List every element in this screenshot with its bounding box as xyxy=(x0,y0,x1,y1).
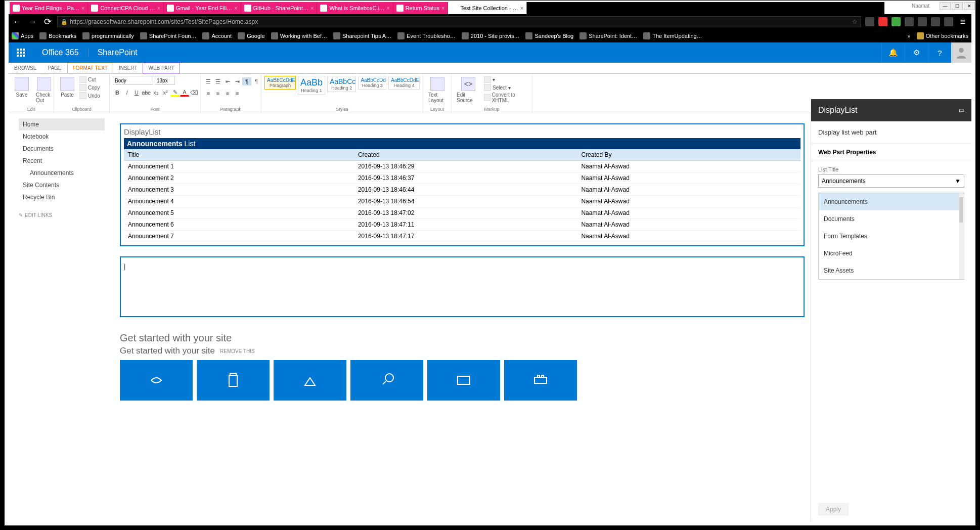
close-tab-icon[interactable]: × xyxy=(520,5,523,11)
forward-button[interactable]: → xyxy=(27,17,38,27)
align-right-button[interactable]: ≡ xyxy=(223,89,232,97)
extension-icon[interactable] xyxy=(892,17,901,26)
style-heading-1[interactable]: AaBbHeading 1 xyxy=(298,76,325,95)
bookmark-item[interactable]: programmatically xyxy=(82,32,134,39)
ribbon-tab-page[interactable]: PAGE xyxy=(42,63,67,73)
extension-icon[interactable] xyxy=(918,17,927,26)
nav-announcements[interactable]: Announcements xyxy=(19,167,105,179)
save-button[interactable]: Save xyxy=(12,76,32,99)
table-row[interactable]: Announcement 12016-09-13 18:46:29Naamat … xyxy=(124,161,800,172)
tile[interactable] xyxy=(350,360,423,401)
browser-tab[interactable]: GitHub - SharePoint…× xyxy=(241,2,318,14)
table-row[interactable]: Announcement 32016-09-13 18:46:44Naamat … xyxy=(124,184,800,196)
back-button[interactable]: ← xyxy=(12,17,23,27)
nav-recycle-bin[interactable]: Recycle Bin xyxy=(19,191,105,203)
browser-tab[interactable]: Test Site Collection - …× xyxy=(448,2,527,14)
bookmark-item[interactable]: SharePoint: Ident… xyxy=(580,32,637,39)
browser-tab[interactable]: What is SmileboxCli…× xyxy=(317,2,393,14)
table-row[interactable]: Announcement 72016-09-13 18:47:17Naamat … xyxy=(124,231,800,242)
bookmark-item[interactable]: Event Troublesho… xyxy=(397,32,456,39)
underline-button[interactable]: U xyxy=(132,89,141,97)
superscript-button[interactable]: x² xyxy=(161,89,170,97)
checkout-button[interactable]: Check Out xyxy=(34,76,54,104)
convert-xhtml-button[interactable]: Convert to XHTML xyxy=(484,92,529,103)
dropdown-option[interactable]: Announcements xyxy=(819,193,964,210)
table-row[interactable]: Announcement 42016-09-13 18:46:54Naamat … xyxy=(124,196,800,207)
highlight-button[interactable]: ✎ xyxy=(170,89,180,97)
bookmark-item[interactable]: Bookmarks xyxy=(39,32,76,39)
style-heading-2[interactable]: AaBbCcHeading 2 xyxy=(327,76,356,92)
bookmark-item[interactable]: Working with Bef… xyxy=(271,32,327,39)
edit-source-button[interactable]: <>Edit Source xyxy=(455,76,482,104)
style-heading-3[interactable]: AaBbCcDdHeading 3 xyxy=(358,76,386,90)
style-heading-4[interactable]: AaBbCcDdEHeading 4 xyxy=(388,76,420,90)
font-color-button[interactable]: A xyxy=(180,89,189,97)
dropdown-option[interactable]: Form Templates xyxy=(819,228,964,245)
bookmark-star-icon[interactable]: ☆ xyxy=(852,18,858,25)
col-title[interactable]: Title xyxy=(124,149,354,161)
bookmark-item[interactable]: SharePoint Foun… xyxy=(140,32,197,39)
select-button[interactable]: Select▾ xyxy=(484,84,529,91)
expand-icon[interactable]: ▭ xyxy=(959,107,964,114)
clear-format-button[interactable]: ⌫ xyxy=(190,89,199,97)
table-row[interactable]: Announcement 62016-09-13 18:47:11Naamat … xyxy=(124,219,800,231)
col-createdby[interactable]: Created By xyxy=(577,149,800,161)
subscript-button[interactable]: x₂ xyxy=(151,89,160,97)
copy-button[interactable]: Copy xyxy=(79,84,100,91)
paste-button[interactable]: Paste xyxy=(57,76,77,99)
apps-button[interactable]: Apps xyxy=(12,32,33,39)
extension-icon[interactable] xyxy=(905,17,914,26)
undo-button[interactable]: Undo xyxy=(79,92,100,99)
reload-button[interactable]: ⟳ xyxy=(42,16,53,27)
nav-site-contents[interactable]: Site Contents xyxy=(19,179,105,191)
bookmark-item[interactable]: Google xyxy=(238,32,264,39)
user-avatar[interactable] xyxy=(951,42,971,63)
close-button[interactable]: ✕ xyxy=(964,2,975,10)
scrollbar[interactable] xyxy=(959,193,964,279)
font-family-select[interactable] xyxy=(113,76,153,85)
extension-icon[interactable] xyxy=(865,17,874,26)
tile[interactable] xyxy=(120,360,193,401)
ribbon-tab-insert[interactable]: INSERT xyxy=(113,63,143,73)
list-title-dropdown[interactable]: Announcements ▼ xyxy=(818,174,964,188)
maximize-button[interactable]: ☐ xyxy=(952,2,963,10)
nav-recent[interactable]: Recent xyxy=(19,155,105,167)
nav-notebook[interactable]: Notebook xyxy=(19,130,105,143)
close-tab-icon[interactable]: × xyxy=(157,5,160,11)
extension-icon[interactable] xyxy=(944,17,953,26)
languages-button[interactable]: ▾ xyxy=(484,76,529,83)
cut-button[interactable]: Cut xyxy=(79,76,100,83)
browser-tab[interactable]: Gmail - Year End Fili…× xyxy=(164,2,241,14)
remove-this-link[interactable]: REMOVE THIS xyxy=(220,348,255,354)
italic-button[interactable]: I xyxy=(122,89,131,97)
ribbon-tab-browse[interactable]: BROWSE xyxy=(9,63,42,73)
close-tab-icon[interactable]: × xyxy=(441,5,444,11)
align-center-button[interactable]: ≡ xyxy=(213,89,222,97)
edit-links-button[interactable]: ✎ EDIT LINKS xyxy=(19,212,105,218)
bold-button[interactable]: B xyxy=(113,89,122,97)
nav-home[interactable]: Home xyxy=(19,118,105,130)
number-list-button[interactable]: ☰ xyxy=(213,77,222,85)
dropdown-option[interactable]: Documents xyxy=(819,210,964,228)
editable-area[interactable]: | xyxy=(120,256,805,317)
bookmark-item[interactable]: Account xyxy=(202,32,232,39)
outdent-button[interactable]: ⇤ xyxy=(223,77,232,85)
text-layout-button[interactable]: Text Layout xyxy=(426,76,448,104)
bullet-list-button[interactable]: ☰ xyxy=(204,77,213,85)
ribbon-tab-webpart[interactable]: WEB PART xyxy=(143,63,180,73)
strike-button[interactable]: abc xyxy=(142,89,151,97)
app-label[interactable]: SharePoint xyxy=(88,48,147,57)
ltr-button[interactable]: ¶ xyxy=(242,77,251,85)
close-tab-icon[interactable]: × xyxy=(386,5,389,11)
bookmark-item[interactable]: The ItemUpdating… xyxy=(643,32,702,39)
help-icon[interactable]: ? xyxy=(928,42,951,63)
ribbon-tab-format-text[interactable]: FORMAT TEXT xyxy=(67,63,113,73)
bookmark-item[interactable]: 2010 - Site provis… xyxy=(462,32,520,39)
bookmark-item[interactable]: Sandeep's Blog xyxy=(525,32,573,39)
table-row[interactable]: Announcement 22016-09-13 18:46:37Naamat … xyxy=(124,172,800,184)
dropdown-option[interactable]: Site Assets xyxy=(819,262,964,279)
extension-icon[interactable] xyxy=(931,17,940,26)
tile[interactable] xyxy=(504,360,577,401)
align-left-button[interactable]: ≡ xyxy=(204,89,213,97)
style-paragraph[interactable]: AaBbCcDdEParagraph xyxy=(264,76,296,90)
